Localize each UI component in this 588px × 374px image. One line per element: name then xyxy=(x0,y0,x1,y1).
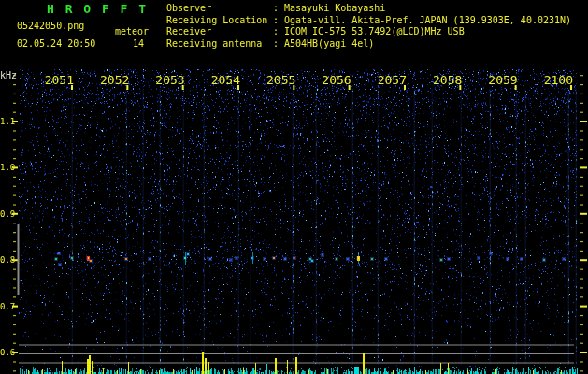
freq-axis-unit-label: kHz xyxy=(0,70,17,80)
info-label: Receiving antenna xyxy=(166,38,273,50)
time-tick-label: 2100 xyxy=(539,74,573,86)
freq-tick-label: 0.6 xyxy=(0,348,14,357)
time-tick-label: 2056 xyxy=(318,74,351,86)
info-value: Masayuki Kobayashi xyxy=(284,3,385,15)
time-tick-label: 2059 xyxy=(484,74,518,86)
time-tick-label: 2055 xyxy=(262,74,295,86)
info-label: Receiving Location xyxy=(166,15,273,27)
time-tick-label: 2053 xyxy=(151,74,185,86)
freq-tick-label: 1.1 xyxy=(0,117,14,126)
info-colon: : xyxy=(273,38,284,50)
station-info-row: Receiving antenna:A504HB(yagi 4el) xyxy=(166,38,571,50)
info-value: A504HB(yagi 4el) xyxy=(284,38,374,50)
station-info-block: Observer:Masayuki KobayashiReceiving Loc… xyxy=(166,3,571,50)
time-tick-label: 2057 xyxy=(373,74,407,86)
hrofft-window: H R O F F T 05242050.png meteor 02.05.24… xyxy=(0,0,588,374)
station-info-row: Observer:Masayuki Kobayashi xyxy=(166,3,571,15)
info-colon: : xyxy=(273,15,284,27)
time-tick-label: 2054 xyxy=(207,74,240,86)
info-colon: : xyxy=(273,26,284,38)
freq-tick-label: 0.8 xyxy=(0,255,14,265)
time-tick-label: 2058 xyxy=(428,74,462,86)
output-filename: 05242050.png xyxy=(17,21,84,31)
datetime-label: 02.05.24 20:50 xyxy=(17,38,95,49)
info-value: ICOM IC-575 53.7492(@LCD)MHz USB xyxy=(284,26,465,38)
info-colon: : xyxy=(273,3,284,15)
time-tick-label: 2051 xyxy=(40,74,74,86)
info-value: Ogata-vill. Akita-Pref. JAPAN (139.9303E… xyxy=(284,15,571,27)
info-label: Receiver xyxy=(166,26,273,38)
mode-label: meteor xyxy=(115,26,149,36)
time-tick-label: 2052 xyxy=(95,74,129,86)
station-info-row: Receiver:ICOM IC-575 53.7492(@LCD)MHz US… xyxy=(166,26,571,38)
spectrogram-canvas xyxy=(0,0,588,374)
info-label: Observer xyxy=(166,3,273,15)
station-info-row: Receiving Location:Ogata-vill. Akita-Pre… xyxy=(166,15,571,27)
freq-tick-label: 0.9 xyxy=(0,209,14,219)
app-title: H R O F F T xyxy=(47,2,148,16)
meteor-count: 14 xyxy=(133,38,144,49)
freq-tick-label: 1.0 xyxy=(0,163,14,172)
freq-tick-label: 0.7 xyxy=(0,302,14,311)
